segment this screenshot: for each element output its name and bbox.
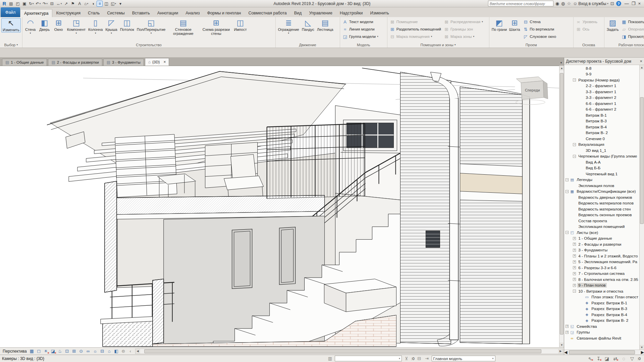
- ribbon-tab[interactable]: Архитектура: [20, 9, 52, 17]
- tree-item[interactable]: 3-3 - фрагмент 2: [564, 95, 639, 101]
- drag-elements-icon[interactable]: ⇄: [612, 356, 618, 361]
- tree-item[interactable]: 8-8: [564, 65, 639, 71]
- component-button[interactable]: ◳ Компонент: [66, 18, 87, 35]
- select-pinned-icon[interactable]: ↧: [595, 356, 601, 361]
- tree-expander[interactable]: [573, 78, 576, 81]
- selection-filter-icon[interactable]: ▽: [629, 356, 635, 361]
- ribbon-tab[interactable]: Совместная работа: [245, 9, 290, 17]
- shaft-opening-button[interactable]: ⊞ Шахта: [508, 18, 521, 32]
- project-properties-icon[interactable]: ▤: [8, 1, 14, 7]
- room-button[interactable]: ⊠ Помещение: [389, 18, 442, 25]
- tree-item[interactable]: Визуализация: [564, 142, 639, 148]
- viewport-vertical-scrollbar[interactable]: ▲ ▼: [559, 66, 564, 347]
- tree-expander[interactable]: [580, 131, 583, 134]
- tree-item[interactable]: 3D вид 1_1: [564, 147, 639, 154]
- temp-hide-isolate-icon[interactable]: ∞: [85, 348, 92, 354]
- curtain-grid-button[interactable]: ⊞ Схема разрезки стены: [200, 18, 232, 36]
- view-tab[interactable]: ▤ 2 - Фасады и развертки ×: [48, 59, 102, 66]
- tree-item[interactable]: ◲ Группы: [564, 329, 639, 336]
- help-search-input[interactable]: [488, 1, 553, 6]
- area-boundary-button[interactable]: ⊞ Границы зон: [443, 25, 484, 33]
- ribbon-tab[interactable]: Вид: [290, 9, 306, 17]
- tree-item[interactable]: Вид А-А: [564, 159, 639, 165]
- restore-icon[interactable]: ❐: [630, 1, 637, 6]
- tree-item[interactable]: 2-2 - фрагмент 1: [564, 83, 639, 89]
- panel-label-select[interactable]: Выбор: [0, 42, 22, 48]
- wall-button[interactable]: ◠ Стена: [24, 18, 37, 35]
- tree-expander[interactable]: [573, 237, 576, 240]
- view-tab-list-icon[interactable]: ▾: [560, 61, 564, 66]
- viewcube[interactable]: Спереди: [516, 77, 548, 105]
- tree-item[interactable]: 3-3 - фрагмент 1: [564, 89, 639, 95]
- room-tag-button[interactable]: ⊟ Марка помещения: [389, 33, 442, 40]
- go-to-option-icon[interactable]: ⇥: [424, 356, 430, 361]
- reveal-hidden-icon[interactable]: ☼: [92, 348, 99, 354]
- select-links-icon[interactable]: ⇖: [587, 356, 593, 361]
- tree-item[interactable]: ◈ Разрез: Витраж В-1: [564, 300, 639, 306]
- tree-item[interactable]: 6-6 - фрагмент 2: [564, 107, 639, 113]
- tree-item[interactable]: 5 - Экспликация помещений. Ра: [564, 259, 639, 265]
- tree-expander[interactable]: [573, 272, 576, 275]
- opening-by-face-button[interactable]: ◩ По грани: [491, 18, 508, 32]
- tree-item[interactable]: 7 - Стропильная система: [564, 271, 639, 277]
- worksets-icon[interactable]: ▥: [327, 356, 333, 361]
- mullion-button[interactable]: ◫ Импост: [233, 18, 248, 32]
- tree-expander[interactable]: [566, 178, 569, 181]
- view-tab[interactable]: ⌂ {3D} ×: [145, 58, 169, 66]
- revit-logo[interactable]: R: [1, 1, 7, 7]
- area-button[interactable]: ⊠ Распределенная: [443, 18, 484, 25]
- tree-item[interactable]: 2 - Фасады и развертки: [564, 241, 639, 247]
- close-browser-icon[interactable]: ×: [640, 59, 642, 64]
- scroll-right-icon[interactable]: ▶: [558, 349, 563, 354]
- tree-expander[interactable]: [573, 143, 576, 146]
- tree-expander[interactable]: [573, 260, 576, 263]
- wall-opening-button[interactable]: ⊟ Стена: [522, 18, 557, 25]
- column-button[interactable]: ▯ Колонна: [87, 18, 104, 35]
- tree-expander[interactable]: [573, 184, 576, 187]
- aligned-dimension-icon[interactable]: ↗: [63, 1, 69, 7]
- displaced-elements-icon[interactable]: ⌂: [106, 348, 113, 354]
- select-by-face-icon[interactable]: ◪: [604, 356, 610, 361]
- ribbon-tab[interactable]: Анализ: [182, 9, 203, 17]
- print-icon[interactable]: ⊟: [49, 1, 55, 7]
- ramp-button[interactable]: ◺ Пандус: [301, 18, 315, 32]
- tree-expander[interactable]: [580, 319, 583, 322]
- tree-item[interactable]: Чертежные виды (Группа элеме: [564, 154, 639, 160]
- ribbon-tab[interactable]: Аннотации: [154, 9, 182, 17]
- tree-expander[interactable]: [580, 149, 583, 152]
- tree-expander[interactable]: [580, 301, 583, 304]
- ribbon-tab[interactable]: Формы и генплан: [203, 9, 245, 17]
- tree-expander[interactable]: [573, 278, 576, 281]
- measure-icon[interactable]: ↔: [56, 1, 63, 7]
- tree-expander[interactable]: [580, 161, 583, 164]
- tree-item[interactable]: Витраж В-1: [564, 112, 639, 118]
- tree-item[interactable]: ◱ Семейства: [564, 323, 639, 329]
- area-tag-button[interactable]: ⊠ Марка зоны: [443, 33, 484, 40]
- tree-expander[interactable]: [580, 307, 583, 310]
- ribbon-tab[interactable]: Изменить: [366, 9, 392, 17]
- save-icon[interactable]: ▣: [21, 1, 28, 7]
- tree-expander[interactable]: [566, 190, 569, 193]
- tree-item[interactable]: Ведомость дверных проемов: [564, 194, 639, 200]
- tree-expander[interactable]: [580, 108, 583, 111]
- communication-center-icon[interactable]: ◍: [561, 1, 565, 6]
- render-icon[interactable]: ♨: [57, 348, 63, 354]
- tree-item[interactable]: Ведомость материалов полов: [564, 200, 639, 206]
- ribbon-tab[interactable]: Сталь: [84, 9, 103, 17]
- open-icon[interactable]: ◰: [15, 1, 21, 7]
- tree-expander[interactable]: [573, 225, 576, 228]
- tree-expander[interactable]: [566, 325, 569, 328]
- tree-expander[interactable]: [580, 172, 583, 175]
- tree-item[interactable]: Сечение 0: [564, 136, 639, 142]
- default-3d-view-icon[interactable]: ⌂: [83, 1, 89, 7]
- show-workplane-button[interactable]: ▦ Показать: [620, 18, 644, 25]
- view-tab[interactable]: ▤ 1 - Общие данные ×: [2, 59, 47, 66]
- tree-item[interactable]: ◈ Разрез: Витраж В-4: [564, 312, 639, 318]
- tree-expander[interactable]: [573, 254, 576, 257]
- ribbon-tab[interactable]: Вставить: [128, 9, 154, 17]
- section-icon[interactable]: ◑: [90, 1, 96, 7]
- tree-expander[interactable]: [573, 284, 576, 287]
- tree-item[interactable]: ▦ Ведомости/Спецификации (все): [564, 189, 639, 195]
- thin-lines-icon[interactable]: ≡: [97, 1, 103, 7]
- tree-expander[interactable]: [573, 249, 576, 252]
